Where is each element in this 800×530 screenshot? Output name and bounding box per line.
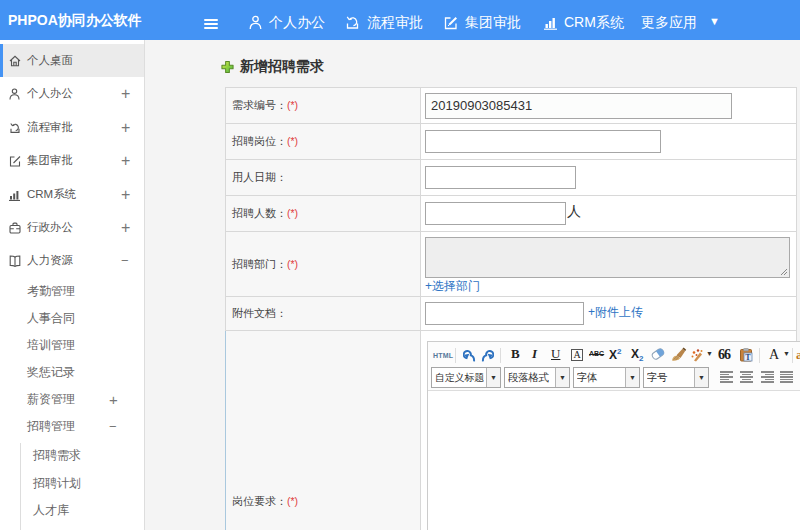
svg-text:T: T bbox=[745, 353, 751, 362]
